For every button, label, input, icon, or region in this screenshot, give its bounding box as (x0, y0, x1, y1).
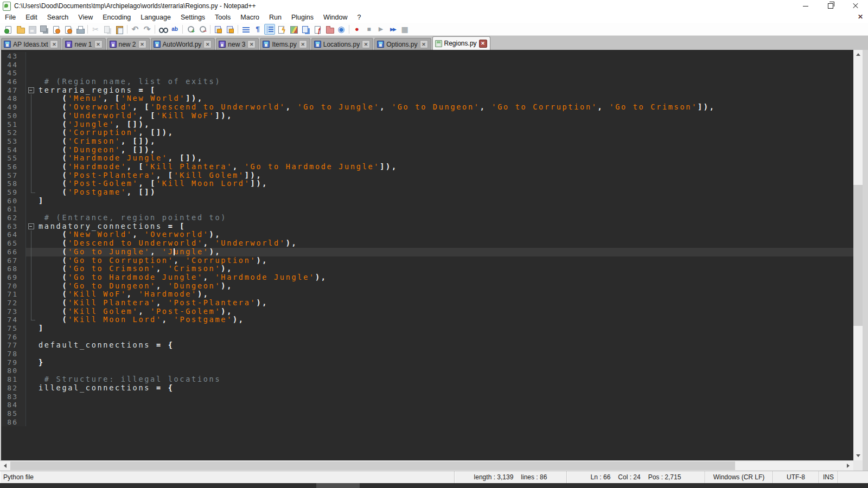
vertical-scrollbar-thumb[interactable] (853, 185, 863, 326)
tab-new-1[interactable]: new 1✕ (62, 38, 105, 50)
code-line[interactable]: 49 ('Overworld', ['Descend to Underworld… (1, 103, 853, 112)
code-text[interactable]: ('Corruption', []), (38, 129, 853, 137)
code-text[interactable] (38, 401, 853, 409)
code-text[interactable]: } (38, 358, 853, 367)
word-wrap-icon[interactable] (240, 24, 251, 35)
code-text[interactable]: ('Go to Hardmode Jungle', 'Hardmode Jung… (38, 273, 853, 282)
code-line[interactable]: 78 (1, 350, 853, 358)
code-text[interactable] (38, 333, 853, 342)
code-text[interactable]: ('Go to Jungle', 'Jungle'), (38, 248, 853, 256)
menu-item-macro[interactable]: Macro (235, 12, 264, 22)
scroll-up-button[interactable] (853, 50, 863, 59)
code-text[interactable]: ('Kill Golem', 'Post-Golem'), (38, 307, 853, 316)
code-line[interactable]: 51 ('Jungle', []), (1, 120, 853, 129)
code-line[interactable]: 52 ('Corruption', []), (1, 129, 853, 137)
code-text[interactable]: ('Underworld', ['Kill WoF']), (38, 112, 853, 120)
code-line[interactable]: 67 ('Go to Corruption', 'Corruption'), (1, 256, 853, 265)
cut-icon[interactable] (90, 24, 101, 35)
document-map-icon[interactable] (288, 24, 299, 35)
tab-close-icon[interactable]: ✕ (247, 40, 256, 48)
code-text[interactable]: ('Go to Dungeon', 'Dungeon'), (38, 282, 853, 291)
tab-autoworld.py[interactable]: AutoWorld.py✕ (151, 38, 215, 50)
code-text[interactable] (38, 52, 853, 61)
tab-options.py[interactable]: Options.py✕ (374, 38, 431, 50)
fold-collapse-icon[interactable] (26, 222, 38, 231)
code-text[interactable] (38, 409, 853, 418)
document-switcher-icon[interactable] (300, 24, 311, 35)
tab-close-icon[interactable]: ✕ (50, 40, 58, 48)
code-line[interactable]: 83 (1, 393, 853, 401)
code-text[interactable] (38, 418, 853, 427)
code-text[interactable]: ('Kill Moon Lord', 'Postgame'), (38, 316, 853, 324)
code-text[interactable]: ('Dungeon', []), (38, 146, 853, 155)
code-text[interactable]: ('Kill WoF', 'Hardmode'), (38, 290, 853, 299)
close-button[interactable] (843, 0, 868, 12)
zoom-in-icon[interactable] (185, 24, 196, 35)
code-line[interactable]: 59 ('Postgame', []) (1, 188, 853, 197)
horizontal-scrollbar-thumb[interactable] (10, 461, 735, 470)
scroll-right-button[interactable] (844, 461, 853, 470)
find-icon[interactable] (157, 24, 168, 35)
code-text[interactable]: ('Kill Plantera', 'Post-Plantera'), (38, 299, 853, 307)
menu-item-window[interactable]: Window (318, 12, 352, 22)
close-document-icon[interactable]: ✕ (857, 13, 864, 21)
code-line[interactable]: 47terraria_regions = [ (1, 86, 853, 95)
minimize-button[interactable] (793, 0, 818, 12)
code-line[interactable]: 48 ('Menu', ['New World']), (1, 94, 853, 103)
tab-ap-ideas.txt[interactable]: AP Ideas.txt✕ (1, 38, 61, 50)
tab-close-icon[interactable]: ✕ (299, 40, 307, 48)
code-text[interactable]: default_connections = { (38, 341, 853, 350)
code-text[interactable]: # (Region name, list of exits) (38, 78, 853, 86)
code-line[interactable]: 71 ('Kill WoF', 'Hardmode'), (1, 290, 853, 299)
code-line[interactable]: 76 (1, 333, 853, 342)
code-line[interactable]: 53 ('Crimson', []), (1, 137, 853, 146)
code-line[interactable]: 61 (1, 205, 853, 214)
code-line[interactable]: 57 ('Post-Plantera', ['Kill Golem']), (1, 171, 853, 180)
code-text[interactable]: ] (38, 324, 853, 333)
sync-horizontal-icon[interactable] (225, 24, 235, 35)
scroll-down-button[interactable] (853, 451, 863, 460)
code-line[interactable]: 75] (1, 324, 853, 333)
code-line[interactable]: 43 (1, 52, 853, 61)
code-text[interactable]: ('Go to Crimson', 'Crimson'), (38, 265, 853, 273)
code-line[interactable]: 74 ('Kill Moon Lord', 'Postgame'), (1, 316, 853, 324)
code-line[interactable]: 45 (1, 69, 853, 78)
menu-item-run[interactable]: Run (264, 12, 286, 22)
menu-item-settings[interactable]: Settings (176, 12, 210, 22)
menu-item-plugins[interactable]: Plugins (286, 12, 318, 22)
code-line[interactable]: 82illegal_connections = { (1, 384, 853, 393)
menu-item-tools[interactable]: Tools (210, 12, 235, 22)
code-line[interactable]: 85 (1, 409, 853, 418)
fold-collapse-icon[interactable] (26, 86, 38, 95)
code-line[interactable]: 58 ('Post-Golem', ['Kill Moon Lord']), (1, 179, 853, 188)
tab-close-icon[interactable]: ✕ (203, 40, 212, 48)
code-area[interactable]: 43444546 # (Region name, list of exits)4… (1, 52, 853, 426)
menu-item-encoding[interactable]: Encoding (98, 12, 136, 22)
code-text[interactable]: ('Overworld', ['Descend to Underworld', … (38, 103, 853, 112)
macro-record-icon[interactable] (352, 24, 362, 35)
code-line[interactable]: 63mandatory_connections = [ (1, 222, 853, 231)
code-text[interactable]: ('Jungle', []), (38, 120, 853, 129)
tab-items.py[interactable]: Items.py✕ (260, 38, 310, 50)
code-line[interactable]: 84 (1, 401, 853, 409)
code-line[interactable]: 50 ('Underworld', ['Kill WoF']), (1, 112, 853, 120)
code-line[interactable]: 56 ('Hardmode', ['Kill Plantera', 'Go to… (1, 163, 853, 171)
code-text[interactable]: ('Post-Plantera', ['Kill Golem']), (38, 171, 853, 180)
code-line[interactable]: 70 ('Go to Dungeon', 'Dungeon'), (1, 282, 853, 291)
menu-item-edit[interactable]: Edit (21, 12, 42, 22)
menu-item-file[interactable]: File (0, 12, 21, 22)
code-text[interactable] (38, 61, 853, 69)
code-line[interactable]: 62 # (Entrance, region pointed to) (1, 214, 853, 222)
tab-close-icon[interactable]: ✕ (479, 40, 487, 48)
save-icon[interactable] (27, 24, 37, 35)
code-text[interactable] (38, 350, 853, 358)
code-line[interactable]: 66 ('Go to Jungle', 'Jungle'), (1, 248, 853, 256)
code-line[interactable]: 81 # Structure: illegal locations (1, 375, 853, 384)
menu-item-language[interactable]: Language (136, 12, 176, 22)
code-text[interactable]: ('Menu', ['New World']), (38, 94, 853, 103)
copy-icon[interactable] (102, 24, 113, 35)
menu-item-[interactable]: ? (352, 12, 366, 22)
folder-as-workspace-icon[interactable] (324, 24, 335, 35)
macro-run-multiple-icon[interactable] (387, 24, 398, 35)
code-line[interactable]: 64 ('New World', 'Overworld'), (1, 230, 853, 239)
